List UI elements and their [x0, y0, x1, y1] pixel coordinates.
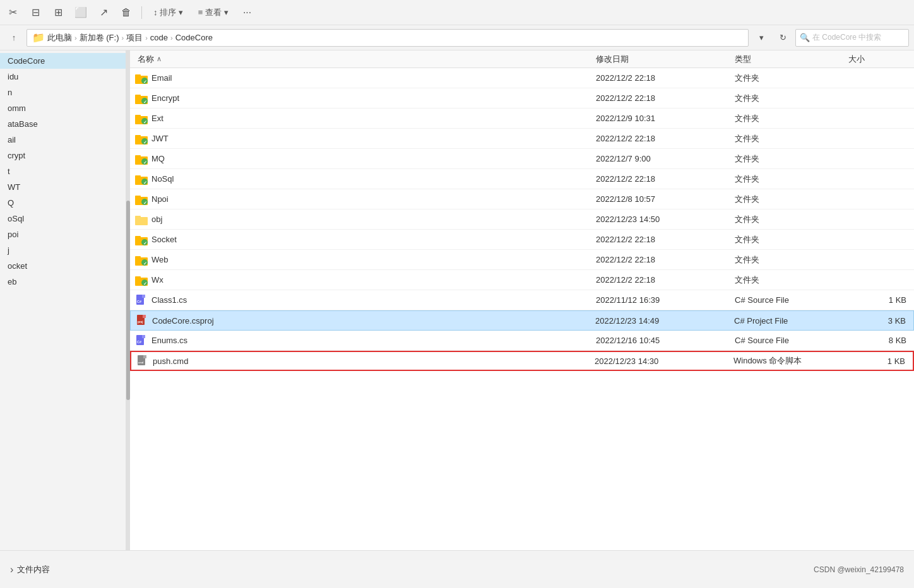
delete-icon[interactable]: 🗑	[119, 5, 134, 20]
breadcrumb-pc[interactable]: 此电脑	[47, 32, 72, 44]
scrollbar-thumb[interactable]	[126, 201, 130, 401]
table-row[interactable]: ✓ Email 2022/12/2 22:18 文件夹	[130, 68, 914, 88]
file-name: obj	[151, 215, 162, 224]
sidebar-item-idu[interactable]: idu	[0, 69, 126, 85]
sep-2: ›	[122, 34, 124, 42]
svg-rect-35	[135, 256, 141, 259]
share-icon[interactable]: ↗	[96, 5, 111, 20]
col-type[interactable]: 类型	[732, 54, 846, 65]
svg-rect-13	[135, 135, 141, 138]
search-icon: 🔍	[800, 33, 810, 42]
file-type: 文件夹	[732, 274, 846, 286]
file-name: Npoi	[151, 194, 169, 204]
table-row[interactable]: C# Enums.cs 2022/12/16 10:45 C# Source F…	[130, 331, 914, 351]
table-row[interactable]: ✓ JWT 2022/12/2 22:18 文件夹	[130, 129, 914, 149]
file-name: NoSql	[151, 174, 174, 184]
sidebar-item-poi[interactable]: poi	[0, 226, 126, 242]
file-name: MQ	[151, 154, 165, 163]
sidebar-item-wt[interactable]: WT	[0, 179, 126, 195]
sidebar-item-t[interactable]: t	[0, 163, 126, 179]
svg-rect-49	[142, 335, 145, 338]
col-date[interactable]: 修改日期	[593, 54, 732, 65]
svg-rect-21	[135, 175, 141, 178]
breadcrumb-project[interactable]: 项目	[126, 32, 143, 44]
file-type: C# Source File	[732, 336, 846, 345]
sidebar-item-atabase[interactable]: ataBase	[0, 116, 126, 132]
file-icon: ✓	[135, 254, 148, 266]
cut-icon[interactable]: ✂	[5, 5, 20, 20]
bottom-content: › 文件内容	[10, 564, 50, 575]
table-row[interactable]: ✓ Web 2022/12/2 22:18 文件夹	[130, 250, 914, 270]
table-row[interactable]: obj 2022/12/23 14:50 文件夹	[130, 209, 914, 230]
sidebar-item-ail[interactable]: ail	[0, 132, 126, 148]
file-size: 3 KB	[845, 316, 908, 326]
sidebar-item-crypt[interactable]: crypt	[0, 148, 126, 163]
new-folder-icon[interactable]: ⬜	[73, 5, 88, 20]
file-name-cell: C# Enums.cs	[135, 334, 593, 347]
table-row[interactable]: C# Class1.cs 2022/11/12 16:39 C# Source …	[130, 290, 914, 310]
breadcrumb[interactable]: 📁 此电脑 › 新加卷 (F:) › 项目 › code › CodeCore	[27, 29, 749, 47]
sidebar-item-eb[interactable]: eb	[0, 274, 126, 290]
sidebar-item-ocket[interactable]: ocket	[0, 258, 126, 274]
sidebar-item-omm[interactable]: omm	[0, 100, 126, 116]
svg-rect-39	[135, 276, 141, 279]
sidebar-scrollbar[interactable]	[126, 50, 130, 550]
file-date: 2022/11/12 16:39	[593, 295, 732, 305]
file-name: Web	[151, 255, 169, 264]
address-bar: ↑ 📁 此电脑 › 新加卷 (F:) › 项目 › code › CodeCor…	[0, 25, 914, 50]
sidebar-item-osql[interactable]: oSql	[0, 211, 126, 226]
table-row[interactable]: ✓ MQ 2022/12/7 9:00 文件夹	[130, 149, 914, 169]
sidebar-item-codeCore[interactable]: CodeCore	[0, 53, 126, 69]
sidebar-item-q[interactable]: Q	[0, 195, 126, 211]
refresh-button[interactable]: ↻	[774, 29, 792, 47]
svg-rect-25	[135, 196, 141, 198]
file-name-cell: ✓ Npoi	[135, 194, 593, 205]
file-type: 文件夹	[732, 133, 846, 144]
file-name: CodeCore.csproj	[152, 316, 214, 326]
file-name: Enums.cs	[151, 336, 187, 345]
paste-icon[interactable]: ⊞	[50, 5, 66, 20]
table-row[interactable]: ✓ Encrypt 2022/12/2 22:18 文件夹	[130, 88, 914, 109]
file-date: 2022/12/23 14:49	[593, 316, 732, 326]
search-box[interactable]: 🔍 在 CodeCore 中搜索	[795, 29, 909, 47]
file-icon: ✓	[135, 93, 148, 104]
svg-rect-17	[135, 155, 141, 158]
sidebar-item-j[interactable]: j	[0, 242, 126, 258]
file-icon: proj	[136, 314, 148, 327]
svg-text:proj: proj	[138, 320, 143, 324]
view-button[interactable]: ≡ 查看 ▾	[194, 5, 232, 20]
more-button[interactable]: ···	[240, 5, 255, 20]
file-name: Wx	[151, 275, 163, 285]
file-name: Ext	[151, 114, 163, 123]
breadcrumb-code[interactable]: code	[150, 33, 168, 42]
file-name-cell: ✓ Wx	[135, 274, 593, 286]
col-size[interactable]: 大小	[846, 54, 909, 65]
sort-button[interactable]: ↕ 排序 ▾	[150, 5, 187, 20]
breadcrumb-codecore[interactable]: CodeCore	[175, 33, 213, 42]
file-type: 文件夹	[732, 214, 846, 225]
table-row[interactable]: ✓ Socket 2022/12/2 22:18 文件夹	[130, 230, 914, 250]
up-button[interactable]: ↑	[5, 29, 23, 47]
table-row[interactable]: ✓ NoSql 2022/12/2 22:18 文件夹	[130, 169, 914, 189]
breadcrumb-drive[interactable]: 新加卷 (F:)	[80, 32, 119, 44]
svg-text:C#: C#	[137, 300, 141, 303]
file-icon: ✓	[135, 274, 148, 286]
table-row[interactable]: ✓ Ext 2022/12/9 10:31 文件夹	[130, 109, 914, 129]
copy-icon[interactable]: ⊟	[28, 5, 43, 20]
watermark: CSDN @weixin_42199478	[814, 565, 904, 574]
sort-arrow: ∧	[157, 55, 162, 63]
sidebar: CodeCore idu n omm ataBase ail crypt t W…	[0, 50, 126, 550]
file-icon: ✓	[135, 73, 148, 84]
table-row[interactable]: ✓ Npoi 2022/12/8 10:57 文件夹	[130, 189, 914, 209]
search-placeholder: 在 CodeCore 中搜索	[812, 32, 881, 43]
table-row[interactable]: cmd push.cmd 2022/12/23 14:30 Windows 命令…	[130, 351, 914, 371]
file-icon	[135, 214, 148, 225]
table-row[interactable]: proj CodeCore.csproj 2022/12/23 14:49 C#…	[130, 310, 914, 331]
col-name[interactable]: 名称 ∧	[135, 54, 593, 65]
address-dropdown[interactable]: ▾	[752, 29, 770, 47]
file-name-cell: proj CodeCore.csproj	[136, 314, 593, 327]
file-date: 2022/12/9 10:31	[593, 114, 732, 123]
file-name: push.cmd	[153, 356, 188, 366]
table-row[interactable]: ✓ Wx 2022/12/2 22:18 文件夹	[130, 270, 914, 290]
sidebar-item-n[interactable]: n	[0, 85, 126, 100]
